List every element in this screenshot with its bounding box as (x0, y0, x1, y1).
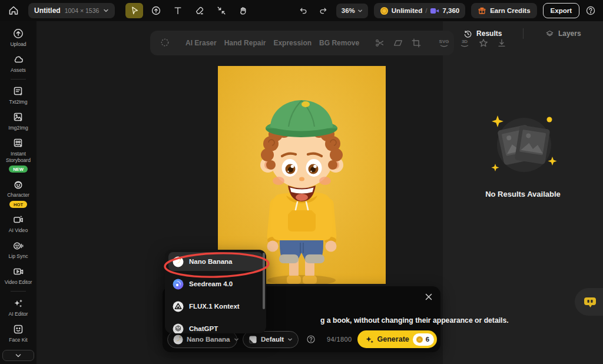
sidebar-item-lip-sync[interactable]: Lip Sync (1, 240, 36, 260)
export-button[interactable]: Export (543, 3, 579, 18)
generate-sparkle-icon (365, 335, 374, 344)
tool-group (125, 3, 252, 18)
layers-icon (545, 29, 554, 38)
ai-eraser-button[interactable]: AI Eraser (185, 39, 217, 47)
top-bar: Untitled 1004 × 1536 (0, 0, 603, 21)
sidebar-divider (11, 291, 26, 292)
credits-plan: Unlimited (392, 7, 422, 14)
home-icon[interactable] (7, 4, 20, 17)
download-icon[interactable] (496, 38, 507, 48)
sidebar-item-txt2img[interactable]: Txt2Img (1, 85, 36, 105)
credits-amount: 7,360 (442, 7, 459, 14)
select-tool-button[interactable] (125, 3, 143, 18)
credits-separator: / (425, 7, 427, 14)
img2img-icon (12, 111, 24, 123)
magic-select-icon[interactable] (160, 38, 170, 48)
nano-banana-icon (173, 335, 183, 345)
video-credits-icon (430, 7, 439, 15)
text-icon (173, 5, 183, 16)
sidebar-item-ai-video[interactable]: AI Video (1, 214, 36, 234)
upload-icon (12, 28, 24, 39)
skew-icon[interactable] (393, 38, 403, 48)
right-panel: Results Layers (443, 21, 603, 364)
tab-layers[interactable]: Layers (524, 29, 603, 38)
cursor-icon (129, 5, 140, 16)
no-results-text: No Results Available (485, 190, 561, 198)
text-tool-button[interactable] (169, 3, 187, 18)
chevron-down-icon (357, 8, 363, 14)
chat-bubble-icon (582, 294, 598, 310)
txt2img-icon (12, 85, 24, 97)
help-icon[interactable] (585, 5, 596, 16)
coin-icon (416, 336, 423, 343)
sparkles-icon (12, 297, 24, 309)
earn-credits-button[interactable]: Earn Credits (471, 3, 536, 18)
chatgpt-icon (173, 323, 184, 334)
video-editor-icon (12, 266, 24, 277)
hand-tool-button[interactable] (234, 3, 252, 18)
svg-text:3D: 3D (462, 39, 468, 44)
crop-icon[interactable] (411, 38, 422, 48)
undo-button[interactable] (296, 4, 310, 18)
no-results-illustration (479, 110, 566, 179)
support-chat-button[interactable] (575, 288, 603, 316)
document-title-menu[interactable]: Untitled 1004 × 1536 (28, 3, 115, 18)
canvas-toolbar: AI Eraser Hand Repair Expression BG Remo… (150, 31, 454, 55)
tab-results[interactable]: Results (443, 29, 523, 38)
lip-sync-icon (12, 240, 24, 252)
nano-banana-icon (173, 256, 184, 267)
left-sidebar: Upload Assets Txt2Img Img2Img Instant St… (0, 21, 37, 364)
sidebar-collapse-button[interactable] (2, 350, 34, 361)
seedream-icon (173, 279, 184, 290)
credits-status[interactable]: Unlimited / 7,360 (374, 3, 465, 18)
redo-button[interactable] (316, 4, 330, 18)
cloud-icon (12, 54, 24, 65)
sidebar-item-img2img[interactable]: Img2Img (1, 111, 36, 131)
sidebar-item-character[interactable]: Character HOT (1, 178, 36, 208)
export-label: Export (551, 7, 572, 14)
model-option-seedream[interactable]: Seedream 4.0 (168, 274, 263, 293)
history-icon (463, 29, 472, 38)
generate-cost-badge: 6 (413, 333, 434, 346)
flux-icon (173, 301, 184, 312)
hot-badge: HOT (9, 201, 27, 208)
sidebar-item-instant-storyboard[interactable]: Instant Storyboard NEW (1, 137, 36, 173)
sidebar-item-video-editor[interactable]: Video Editor (1, 266, 36, 286)
ai-video-icon (12, 214, 24, 226)
app-window: Untitled 1004 × 1536 (0, 0, 603, 364)
zoom-level-select[interactable]: 36% (336, 4, 368, 18)
close-icon[interactable] (423, 292, 434, 302)
eraser-tool-button[interactable] (191, 3, 208, 18)
bg-remove-button[interactable]: BG Remove (319, 39, 359, 47)
svg-text:SVG: SVG (439, 39, 449, 44)
sidebar-item-assets[interactable]: Assets (1, 54, 36, 74)
model-option-nano-banana[interactable]: Nano Banana (168, 252, 263, 271)
upload-circle-icon (151, 5, 161, 16)
topbar-right-group: 36% Unlimited / 7,360 Ea (296, 3, 596, 18)
prompt-help-icon[interactable] (306, 335, 316, 345)
hand-repair-button[interactable]: Hand Repair (224, 39, 266, 47)
scissors-icon[interactable] (375, 38, 385, 48)
model-option-flux[interactable]: FLUX.1 Kontext (168, 297, 263, 316)
coin-icon (380, 6, 389, 15)
hand-icon (238, 5, 249, 16)
collapse-tool-button[interactable] (213, 3, 230, 18)
prompt-text[interactable]: g a book, without changing their appeara… (320, 316, 509, 325)
sidebar-item-upload[interactable]: Upload (1, 28, 36, 48)
3d-icon[interactable]: 3D (459, 38, 471, 48)
dropdown-scrollbar[interactable] (263, 253, 265, 309)
generate-button[interactable]: Generate 6 (357, 330, 438, 348)
sidebar-item-ai-editor[interactable]: AI Editor (1, 297, 36, 317)
zoom-level-value: 36% (342, 7, 355, 14)
favorite-star-icon[interactable] (478, 38, 489, 48)
svg-export-icon[interactable]: SVG (437, 38, 451, 48)
expression-button[interactable]: Expression (273, 39, 312, 47)
upload-tool-button[interactable] (147, 3, 165, 18)
face-kit-icon (12, 323, 24, 335)
sidebar-item-face-kit[interactable]: Face Kit (1, 323, 36, 343)
document-title: Untitled (34, 6, 61, 15)
model-option-chatgpt[interactable]: ChatGPT (168, 319, 263, 333)
chevron-down-icon (234, 337, 239, 342)
shrink-arrows-icon (216, 5, 227, 16)
new-badge: NEW (9, 166, 28, 173)
